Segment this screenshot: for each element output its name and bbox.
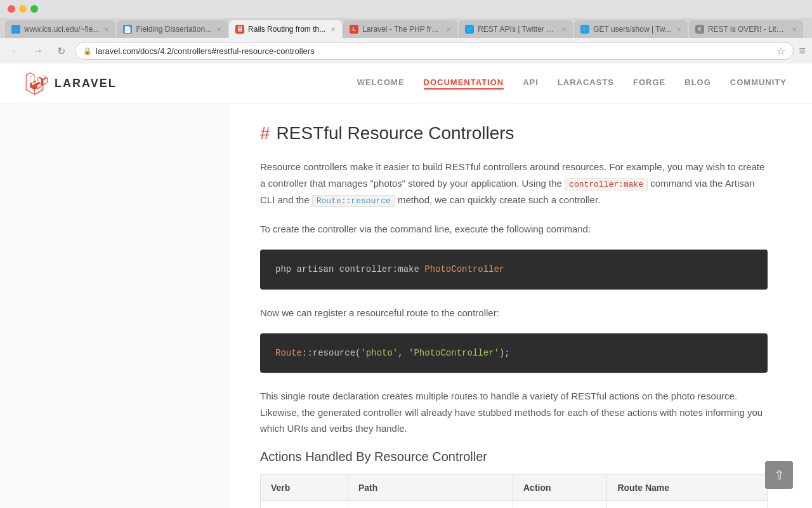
code2-comma: , [398, 348, 409, 358]
tab-favicon: 🐦 [465, 25, 474, 34]
browser-menu-icon[interactable]: ≡ [799, 44, 806, 58]
code-block-2: Route::resource('photo', 'PhotoControlle… [260, 333, 768, 373]
site-wrapper: LARAVEL WELCOME DOCUMENTATION API LARACA… [0, 64, 812, 508]
para-2: To create the controller via the command… [260, 221, 768, 237]
code-block-1: php artisan controller:make PhotoControl… [260, 250, 768, 289]
address-bar[interactable]: 🔒 laravel.com/docs/4.2/controllers#restf… [75, 42, 794, 60]
tab-favicon: ✳ [695, 25, 704, 34]
tab-label: REST is OVER! - Lite... [708, 25, 787, 34]
laravel-logo-icon [25, 72, 48, 95]
col-action: Action [513, 474, 606, 500]
cell-verb: GET [261, 500, 348, 508]
tab-5[interactable]: 🐦 REST APIs | Twitter D... ✕ [459, 20, 573, 38]
code2-route: Route [275, 348, 302, 358]
table-heading: Actions Handled By Resource Controller [260, 450, 768, 464]
col-path: Path [348, 474, 513, 500]
nav-community[interactable]: COMMUNITY [730, 77, 787, 90]
tab-6[interactable]: 🐦 GET users/show | Tw... ✕ [574, 20, 688, 38]
site-header: LARAVEL WELCOME DOCUMENTATION API LARACA… [0, 64, 812, 104]
tab-3[interactable]: 🛤 Rails Routing from th... ✕ [229, 20, 342, 38]
tab-close-icon[interactable]: ✕ [792, 26, 797, 33]
page-title: RESTful Resource Controllers [277, 123, 514, 144]
site-nav: WELCOME DOCUMENTATION API LARACASTS FORG… [357, 77, 787, 90]
tab-favicon: 🐦 [580, 25, 589, 34]
nav-laracasts[interactable]: LARACASTS [558, 77, 614, 90]
nav-welcome[interactable]: WELCOME [357, 77, 405, 90]
tab-2[interactable]: 📄 Fielding Dissertation... ✕ [117, 20, 228, 38]
window-controls [8, 5, 38, 13]
tab-close-icon[interactable]: ✕ [561, 26, 566, 33]
address-bar-row: ← → ↻ 🔒 laravel.com/docs/4.2/controllers… [0, 38, 812, 64]
tab-favicon: 🌐 [11, 25, 20, 34]
logo-area: LARAVEL [25, 72, 117, 95]
col-route-name: Route Name [607, 474, 768, 500]
code2-end: ); [499, 348, 510, 358]
content-layout: # RESTful Resource Controllers Resource … [0, 104, 812, 508]
cell-route_name: resource.index [607, 500, 768, 508]
scroll-to-top-button[interactable]: ⇧ [765, 461, 793, 489]
tab-1[interactable]: 🌐 www.ics.uci.edu/~fie... ✕ [5, 20, 115, 38]
maximize-button[interactable] [30, 5, 38, 13]
tab-label: Laravel - The PHP fra... [362, 25, 441, 34]
nav-api[interactable]: API [523, 77, 539, 90]
address-text: laravel.com/docs/4.2/controllers#restful… [96, 46, 773, 56]
browser-window: 🌐 www.ics.uci.edu/~fie... ✕ 📄 Fielding D… [0, 0, 812, 508]
para-4: This single route declaration creates mu… [260, 388, 768, 437]
tab-close-icon[interactable]: ✕ [216, 26, 221, 33]
tab-label: GET users/show | Tw... [593, 25, 671, 34]
tab-label: Fielding Dissertation... [136, 25, 211, 34]
back-button[interactable]: ← [6, 42, 24, 60]
intro-paragraph: Resource controllers make it easier to b… [260, 159, 768, 208]
page-heading: # RESTful Resource Controllers [260, 123, 768, 144]
nav-forge[interactable]: FORGE [633, 77, 665, 90]
title-bar [0, 0, 812, 18]
inline-code-1: controller:make [565, 178, 648, 190]
tab-label: Rails Routing from th... [248, 25, 325, 34]
intro-text-3: method, we can quickly create such a con… [398, 194, 600, 205]
tab-close-icon[interactable]: ✕ [331, 26, 336, 33]
table-row: GET/resourceindexresource.index [261, 500, 768, 508]
tab-close-icon[interactable]: ✕ [676, 26, 681, 33]
nav-documentation[interactable]: DOCUMENTATION [424, 77, 504, 90]
sidebar [0, 104, 228, 508]
code2-string1: 'photo' [360, 348, 398, 358]
code2-resource: ::resource( [302, 348, 360, 358]
col-verb: Verb [261, 474, 348, 500]
cell-action: index [513, 500, 606, 508]
forward-button[interactable]: → [29, 42, 47, 60]
main-content: # RESTful Resource Controllers Resource … [228, 104, 799, 508]
code1-plain: php artisan controller:make [275, 264, 424, 274]
tab-favicon: 🛤 [235, 25, 244, 34]
cell-path: /resource [348, 500, 513, 508]
tabs-bar: 🌐 www.ics.uci.edu/~fie... ✕ 📄 Fielding D… [0, 18, 812, 38]
para-3: Now we can register a resourceful route … [260, 305, 768, 321]
code1-highlight: PhotoController [424, 264, 504, 274]
close-button[interactable] [8, 5, 15, 13]
tab-close-icon[interactable]: ✕ [104, 26, 109, 33]
lock-icon: 🔒 [83, 47, 92, 55]
tab-close-icon[interactable]: ✕ [446, 26, 451, 33]
bookmark-icon[interactable]: ☆ [776, 45, 785, 57]
tab-label: www.ics.uci.edu/~fie... [24, 25, 99, 34]
tab-favicon: 📄 [123, 25, 132, 34]
inline-code-2: Route::resource [312, 195, 395, 207]
code2-string2: 'PhotoController' [409, 348, 499, 358]
resource-table: Verb Path Action Route Name GET/resource… [260, 474, 768, 508]
minimize-button[interactable] [19, 5, 27, 13]
tab-4[interactable]: L Laravel - The PHP fra... ✕ [343, 20, 457, 38]
table-header-row: Verb Path Action Route Name [261, 474, 768, 500]
tab-7[interactable]: ✳ REST is OVER! - Lite... ✕ [689, 20, 803, 38]
nav-blog[interactable]: BLOG [684, 77, 711, 90]
tab-favicon: L [350, 25, 358, 34]
reload-button[interactable]: ↻ [52, 42, 70, 60]
heading-hash: # [260, 123, 270, 144]
tab-label: REST APIs | Twitter D... [478, 25, 556, 34]
logo-text: LARAVEL [55, 77, 117, 90]
